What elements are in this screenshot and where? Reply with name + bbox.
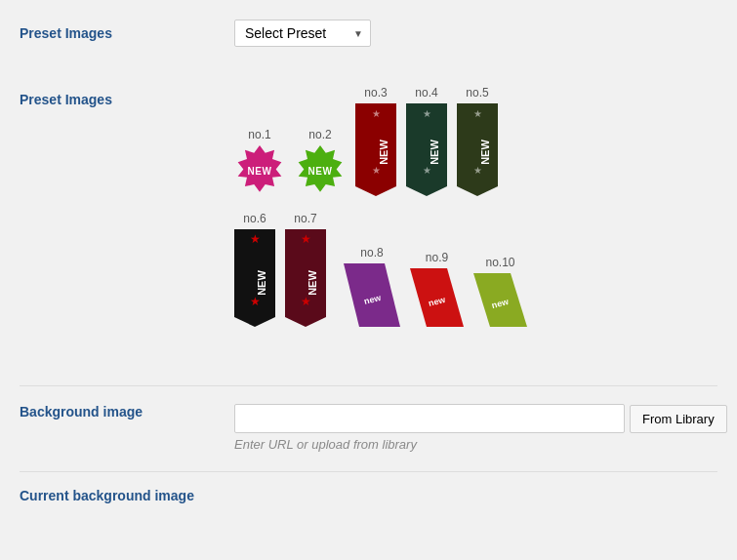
svg-text:NEW: NEW: [479, 140, 491, 165]
preset-images-row: Preset Images no.1 NEW no.2 NEW: [20, 86, 717, 366]
preset-row-1: no.1 NEW no.2 NEW no.3: [234, 86, 717, 196]
svg-text:★: ★: [372, 165, 381, 176]
svg-text:★: ★: [250, 232, 261, 246]
preset-label-no9: no.9: [426, 251, 448, 264]
preset-row-2: no.6 NEW ★ ★ no.7 NEW ★ ★: [234, 212, 717, 327]
background-hint: Enter URL or upload from library: [234, 437, 727, 452]
svg-text:★: ★: [473, 108, 482, 119]
preset-label-no5: no.5: [466, 86, 488, 100]
svg-text:NEW: NEW: [256, 270, 267, 296]
svg-text:NEW: NEW: [307, 270, 318, 296]
preset-grid: no.1 NEW no.2 NEW no.3: [234, 86, 717, 346]
background-image-label: Background image: [20, 404, 234, 420]
preset-label-no3: no.3: [364, 86, 387, 100]
dropdown-area: Select Preset ▼: [234, 20, 717, 47]
background-url-input[interactable]: [234, 404, 625, 433]
svg-text:★: ★: [473, 165, 482, 176]
preset-badge-no1: NEW: [234, 145, 285, 196]
preset-item-no3[interactable]: no.3 NEW ★ ★: [355, 86, 396, 196]
preset-item-no7[interactable]: no.7 NEW ★ ★: [285, 212, 326, 327]
preset-item-no1[interactable]: no.1 NEW: [234, 128, 285, 196]
preset-item-no9[interactable]: no.9 new: [410, 251, 464, 327]
preset-badge-no2: NEW: [295, 145, 346, 196]
preset-ribbon-no4: NEW ★ ★: [406, 103, 447, 196]
preset-ribbon-no5: NEW ★ ★: [457, 103, 498, 196]
svg-text:★: ★: [423, 108, 431, 119]
preset-item-no2[interactable]: no.2 NEW: [295, 128, 346, 196]
select-preset-wrapper[interactable]: Select Preset ▼: [234, 20, 371, 47]
preset-images-label-1: Preset Images: [20, 20, 234, 41]
preset-images-label-2: Preset Images: [20, 86, 234, 107]
svg-text:★: ★: [250, 295, 261, 308]
current-background-section: Current background image: [20, 471, 717, 503]
select-preset-dropdown[interactable]: Select Preset: [234, 20, 371, 47]
preset-ribbon-no7: NEW ★ ★: [285, 229, 326, 327]
current-background-label: Current background image: [20, 488, 194, 503]
preset-item-no6[interactable]: no.6 NEW ★ ★: [234, 212, 275, 327]
preset-ribbon-no10: new: [473, 273, 527, 327]
svg-text:★: ★: [372, 108, 381, 119]
svg-text:★: ★: [301, 232, 311, 246]
preset-label-no10: no.10: [485, 256, 514, 269]
preset-item-no4[interactable]: no.4 NEW ★ ★: [406, 86, 447, 196]
preset-ribbon-no8: new: [344, 263, 400, 327]
preset-ribbon-no3: NEW ★ ★: [355, 103, 396, 196]
preset-label-no1: no.1: [248, 128, 270, 141]
background-input-row: From Library: [234, 404, 727, 433]
svg-text:NEW: NEW: [429, 140, 440, 165]
preset-ribbon-no6: NEW ★ ★: [234, 229, 275, 327]
svg-text:★: ★: [301, 295, 311, 308]
preset-label-no6: no.6: [243, 212, 266, 225]
page-wrapper: Preset Images Select Preset ▼ Preset Ima…: [0, 0, 737, 560]
preset-label-no7: no.7: [294, 212, 316, 225]
preset-label-no8: no.8: [360, 246, 383, 260]
preset-dropdown-row: Preset Images Select Preset ▼: [20, 20, 717, 66]
svg-text:★: ★: [423, 165, 431, 176]
from-library-button[interactable]: From Library: [630, 405, 727, 433]
preset-item-no8[interactable]: no.8 new: [344, 246, 400, 327]
background-image-section: Background image From Library Enter URL …: [20, 385, 717, 452]
preset-item-no5[interactable]: no.5 NEW ★ ★: [457, 86, 498, 196]
background-input-area: From Library Enter URL or upload from li…: [234, 404, 727, 452]
preset-label-no2: no.2: [308, 128, 331, 141]
preset-item-no10[interactable]: no.10 new: [473, 256, 527, 327]
preset-label-no4: no.4: [415, 86, 437, 100]
preset-ribbon-no9: new: [410, 268, 464, 327]
svg-text:NEW: NEW: [378, 140, 389, 165]
